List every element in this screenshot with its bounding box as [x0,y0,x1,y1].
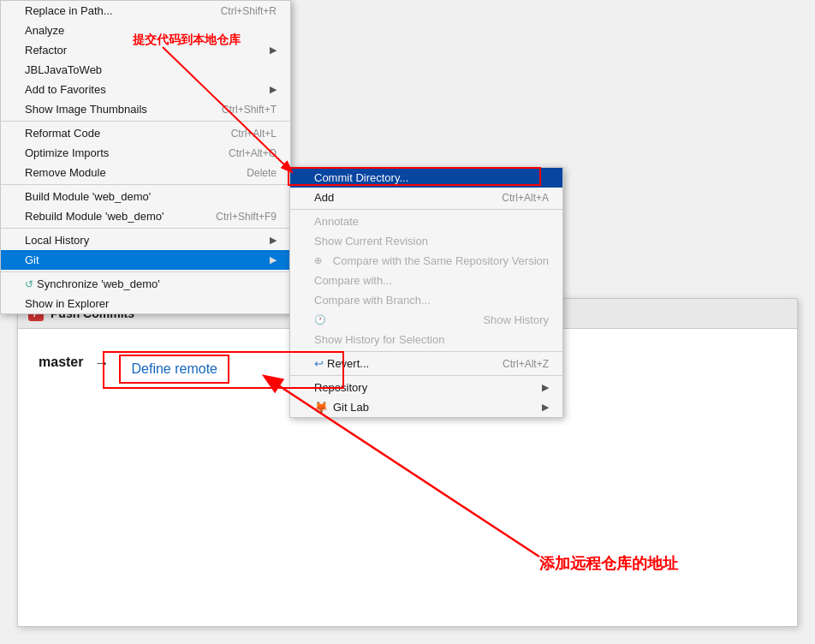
history-icon: 🕐 [314,314,326,325]
branch-arrow: → [93,355,109,373]
menu-item-git[interactable]: Git ▶ [1,250,290,270]
separator-2 [1,184,290,185]
left-context-menu: Replace in Path... Ctrl+Shift+R Analyze … [0,0,291,314]
menu-item-compare-with: Compare with... [290,271,562,290]
compare-icon: ⊕ [314,255,322,266]
menu-item-compare-same-version: ⊕ Compare with the Same Repository Versi… [290,251,562,271]
menu-item-gitlab[interactable]: 🦊 Git Lab ▶ [290,397,562,417]
sync-icon: ↺ [25,278,33,290]
revert-icon: ↩ [314,357,324,370]
separator-1 [1,121,290,122]
menu-item-show-history-selection: Show History for Selection [290,330,562,349]
menu-item-remove-module[interactable]: Remove Module Delete [1,163,290,182]
menu-item-optimize[interactable]: Optimize Imports Ctrl+Alt+O [1,143,290,163]
menu-item-show-history: 🕐 Show History [290,310,562,330]
menu-item-build[interactable]: Build Module 'web_demo' [1,187,290,206]
separator-r2 [290,351,562,352]
separator-3 [1,228,290,229]
menu-item-refactor[interactable]: Refactor ▶ [1,40,290,60]
menu-item-replace-in-path[interactable]: Replace in Path... Ctrl+Shift+R [1,1,290,21]
menu-item-analyze[interactable]: Analyze [1,21,290,40]
menu-item-synchronize[interactable]: ↺ Synchronize 'web_demo' [1,274,290,294]
menu-item-revert[interactable]: ↩ Revert... Ctrl+Alt+Z [290,354,562,373]
git-submenu: Commit Directory... Add Ctrl+Alt+A Annot… [289,167,563,418]
gitlab-icon: 🦊 [314,401,328,414]
menu-item-local-history[interactable]: Local History ▶ [1,230,290,250]
menu-item-show-thumbnails[interactable]: Show Image Thumbnails Ctrl+Shift+T [1,99,290,119]
separator-4 [1,271,290,272]
branch-label: master [39,355,83,370]
separator-r1 [290,209,562,210]
menu-item-annotate: Annotate [290,212,562,231]
menu-item-commit-directory[interactable]: Commit Directory... [290,168,562,188]
menu-item-show-current-revision: Show Current Revision [290,231,562,251]
menu-item-jbl[interactable]: JBLJavaToWeb [1,60,290,80]
separator-r3 [290,375,562,376]
menu-item-show-explorer[interactable]: Show in Explorer [1,294,290,313]
menu-item-add[interactable]: Add Ctrl+Alt+A [290,188,562,207]
menu-item-rebuild[interactable]: Rebuild Module 'web_demo' Ctrl+Shift+F9 [1,206,290,226]
menu-item-reformat[interactable]: Reformat Code Ctrl+Alt+L [1,123,290,143]
menu-item-compare-branch: Compare with Branch... [290,290,562,310]
menu-item-add-favorites[interactable]: Add to Favorites ▶ [1,80,290,99]
menu-item-repository[interactable]: Repository ▶ [290,378,562,397]
define-remote-button[interactable]: Define remote [119,355,229,384]
